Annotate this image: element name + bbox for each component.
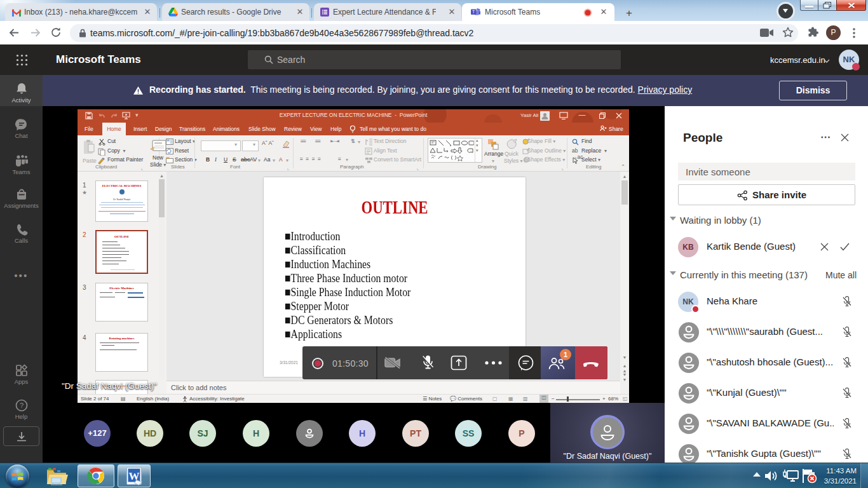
svg-text:?: ? [19,402,23,409]
svg-text:W: W [129,470,140,482]
svg-text:T: T [472,10,475,14]
